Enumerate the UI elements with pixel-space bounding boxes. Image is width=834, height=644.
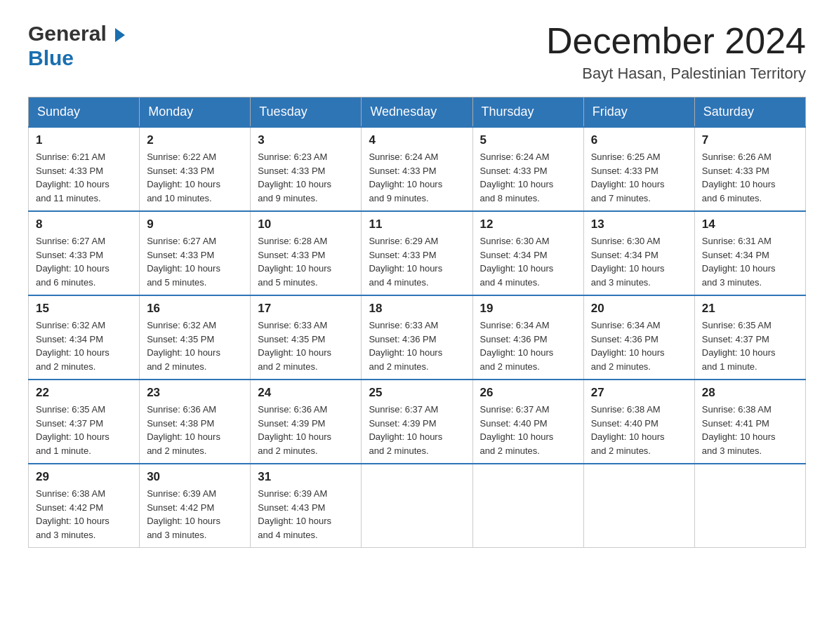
day-number: 12: [480, 217, 576, 232]
col-sunday: Sunday: [29, 98, 140, 128]
logo: General Blue: [28, 21, 125, 70]
day-number: 9: [147, 217, 243, 232]
week-row-1: 1 Sunrise: 6:21 AMSunset: 4:33 PMDayligh…: [29, 127, 806, 211]
logo-general: General: [28, 22, 107, 45]
title-section: December 2024 Bayt Hasan, Palestinian Te…: [546, 21, 806, 83]
day-number: 18: [369, 302, 465, 316]
week-row-2: 8 Sunrise: 6:27 AMSunset: 4:33 PMDayligh…: [29, 211, 806, 295]
calendar-cell: 1 Sunrise: 6:21 AMSunset: 4:33 PMDayligh…: [29, 127, 140, 211]
day-info: Sunrise: 6:36 AMSunset: 4:38 PMDaylight:…: [147, 403, 243, 457]
day-number: 3: [258, 133, 354, 147]
day-info: Sunrise: 6:35 AMSunset: 4:37 PMDaylight:…: [36, 403, 132, 457]
day-number: 16: [147, 302, 243, 316]
day-info: Sunrise: 6:24 AMSunset: 4:33 PMDaylight:…: [369, 150, 465, 205]
calendar-cell: 16 Sunrise: 6:32 AMSunset: 4:35 PMDaylig…: [140, 295, 251, 380]
calendar-cell: 18 Sunrise: 6:33 AMSunset: 4:36 PMDaylig…: [362, 295, 472, 380]
location-subtitle: Bayt Hasan, Palestinian Territory: [546, 65, 806, 83]
day-info: Sunrise: 6:31 AMSunset: 4:34 PMDaylight:…: [702, 234, 798, 289]
day-info: Sunrise: 6:39 AMSunset: 4:43 PMDaylight:…: [258, 487, 354, 542]
day-info: Sunrise: 6:30 AMSunset: 4:34 PMDaylight:…: [591, 234, 687, 289]
day-number: 26: [480, 386, 576, 400]
calendar-cell: 4 Sunrise: 6:24 AMSunset: 4:33 PMDayligh…: [362, 127, 472, 211]
col-tuesday: Tuesday: [251, 98, 362, 128]
day-number: 24: [258, 386, 354, 400]
day-number: 13: [591, 217, 687, 232]
calendar-cell: 12 Sunrise: 6:30 AMSunset: 4:34 PMDaylig…: [472, 211, 583, 295]
day-number: 15: [36, 302, 132, 316]
col-monday: Monday: [140, 98, 251, 128]
day-info: Sunrise: 6:28 AMSunset: 4:33 PMDaylight:…: [258, 234, 354, 289]
day-number: 20: [591, 302, 687, 316]
week-row-5: 29 Sunrise: 6:38 AMSunset: 4:42 PMDaylig…: [29, 464, 806, 548]
day-info: Sunrise: 6:26 AMSunset: 4:33 PMDaylight:…: [702, 150, 798, 205]
day-number: 1: [36, 133, 132, 147]
col-thursday: Thursday: [472, 98, 583, 128]
day-number: 8: [36, 217, 132, 232]
day-info: Sunrise: 6:36 AMSunset: 4:39 PMDaylight:…: [258, 403, 354, 457]
calendar-cell: 30 Sunrise: 6:39 AMSunset: 4:42 PMDaylig…: [140, 464, 251, 548]
day-number: 21: [702, 302, 798, 316]
day-number: 29: [36, 470, 132, 484]
day-info: Sunrise: 6:22 AMSunset: 4:33 PMDaylight:…: [147, 150, 243, 205]
day-number: 7: [702, 133, 798, 147]
calendar-cell: 28 Sunrise: 6:38 AMSunset: 4:41 PMDaylig…: [694, 380, 805, 464]
day-info: Sunrise: 6:38 AMSunset: 4:42 PMDaylight:…: [36, 487, 132, 542]
calendar-cell: 2 Sunrise: 6:22 AMSunset: 4:33 PMDayligh…: [140, 127, 251, 211]
day-number: 30: [147, 470, 243, 484]
calendar-cell: 6 Sunrise: 6:25 AMSunset: 4:33 PMDayligh…: [583, 127, 694, 211]
day-number: 31: [258, 470, 354, 484]
week-row-3: 15 Sunrise: 6:32 AMSunset: 4:34 PMDaylig…: [29, 295, 806, 380]
logo-triangle: [115, 28, 125, 42]
day-number: 23: [147, 386, 243, 400]
day-info: Sunrise: 6:37 AMSunset: 4:39 PMDaylight:…: [369, 403, 465, 457]
calendar-cell: 5 Sunrise: 6:24 AMSunset: 4:33 PMDayligh…: [472, 127, 583, 211]
week-row-4: 22 Sunrise: 6:35 AMSunset: 4:37 PMDaylig…: [29, 380, 806, 464]
logo-blue: Blue: [28, 46, 74, 70]
calendar-cell: 17 Sunrise: 6:33 AMSunset: 4:35 PMDaylig…: [251, 295, 362, 380]
day-info: Sunrise: 6:32 AMSunset: 4:35 PMDaylight:…: [147, 318, 243, 373]
col-wednesday: Wednesday: [362, 98, 472, 128]
day-info: Sunrise: 6:34 AMSunset: 4:36 PMDaylight:…: [480, 318, 576, 373]
day-info: Sunrise: 6:30 AMSunset: 4:34 PMDaylight:…: [480, 234, 576, 289]
day-number: 10: [258, 217, 354, 232]
calendar-cell: 15 Sunrise: 6:32 AMSunset: 4:34 PMDaylig…: [29, 295, 140, 380]
calendar-cell: [472, 464, 583, 548]
calendar-cell: 25 Sunrise: 6:37 AMSunset: 4:39 PMDaylig…: [362, 380, 472, 464]
day-info: Sunrise: 6:35 AMSunset: 4:37 PMDaylight:…: [702, 318, 798, 373]
day-info: Sunrise: 6:33 AMSunset: 4:36 PMDaylight:…: [369, 318, 465, 373]
day-number: 27: [591, 386, 687, 400]
calendar-cell: 11 Sunrise: 6:29 AMSunset: 4:33 PMDaylig…: [362, 211, 472, 295]
calendar-cell: 29 Sunrise: 6:38 AMSunset: 4:42 PMDaylig…: [29, 464, 140, 548]
day-number: 19: [480, 302, 576, 316]
header-row: Sunday Monday Tuesday Wednesday Thursday…: [29, 98, 806, 128]
day-number: 22: [36, 386, 132, 400]
calendar-cell: 21 Sunrise: 6:35 AMSunset: 4:37 PMDaylig…: [694, 295, 805, 380]
calendar-cell: 27 Sunrise: 6:38 AMSunset: 4:40 PMDaylig…: [583, 380, 694, 464]
day-info: Sunrise: 6:39 AMSunset: 4:42 PMDaylight:…: [147, 487, 243, 542]
calendar-table: Sunday Monday Tuesday Wednesday Thursday…: [28, 97, 806, 548]
calendar-cell: 3 Sunrise: 6:23 AMSunset: 4:33 PMDayligh…: [251, 127, 362, 211]
day-info: Sunrise: 6:34 AMSunset: 4:36 PMDaylight:…: [591, 318, 687, 373]
day-info: Sunrise: 6:37 AMSunset: 4:40 PMDaylight:…: [480, 403, 576, 457]
day-number: 14: [702, 217, 798, 232]
calendar-cell: 9 Sunrise: 6:27 AMSunset: 4:33 PMDayligh…: [140, 211, 251, 295]
calendar-cell: 23 Sunrise: 6:36 AMSunset: 4:38 PMDaylig…: [140, 380, 251, 464]
day-info: Sunrise: 6:21 AMSunset: 4:33 PMDaylight:…: [36, 150, 132, 205]
day-number: 17: [258, 302, 354, 316]
calendar-cell: 20 Sunrise: 6:34 AMSunset: 4:36 PMDaylig…: [583, 295, 694, 380]
day-number: 6: [591, 133, 687, 147]
calendar-cell: [694, 464, 805, 548]
calendar-cell: 7 Sunrise: 6:26 AMSunset: 4:33 PMDayligh…: [694, 127, 805, 211]
day-info: Sunrise: 6:27 AMSunset: 4:33 PMDaylight:…: [147, 234, 243, 289]
day-number: 5: [480, 133, 576, 147]
day-number: 28: [702, 386, 798, 400]
day-info: Sunrise: 6:23 AMSunset: 4:33 PMDaylight:…: [258, 150, 354, 205]
day-info: Sunrise: 6:25 AMSunset: 4:33 PMDaylight:…: [591, 150, 687, 205]
day-info: Sunrise: 6:38 AMSunset: 4:41 PMDaylight:…: [702, 403, 798, 457]
calendar-cell: 10 Sunrise: 6:28 AMSunset: 4:33 PMDaylig…: [251, 211, 362, 295]
day-info: Sunrise: 6:24 AMSunset: 4:33 PMDaylight:…: [480, 150, 576, 205]
calendar-cell: 8 Sunrise: 6:27 AMSunset: 4:33 PMDayligh…: [29, 211, 140, 295]
col-friday: Friday: [583, 98, 694, 128]
day-number: 25: [369, 386, 465, 400]
calendar-cell: 26 Sunrise: 6:37 AMSunset: 4:40 PMDaylig…: [472, 380, 583, 464]
